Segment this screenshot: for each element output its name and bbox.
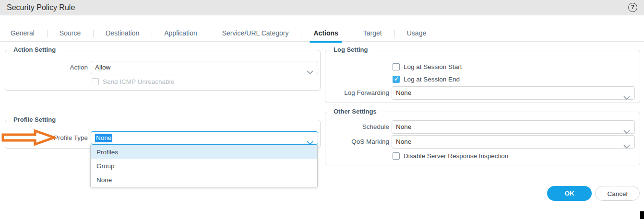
help-icon[interactable]: ? xyxy=(628,3,637,12)
chevron-down-icon xyxy=(623,140,630,153)
dialog-title: Security Policy Rule xyxy=(7,0,75,15)
log-forwarding-select[interactable]: None xyxy=(392,86,635,100)
log-session-end-label: Log at Session End xyxy=(404,76,460,83)
action-setting-panel: Action Setting Action Allow Send ICMP Un… xyxy=(5,50,321,91)
cancel-button[interactable]: Cancel xyxy=(595,186,640,201)
ok-button[interactable]: OK xyxy=(547,186,592,201)
log-session-end-checkbox[interactable] xyxy=(393,76,400,83)
schedule-label: Schedule xyxy=(325,120,389,134)
send-icmp-checkbox[interactable] xyxy=(92,78,99,85)
other-settings-panel: Other Settings Schedule None QoS Marking… xyxy=(325,112,640,165)
schedule-select[interactable]: None xyxy=(392,120,635,134)
qos-marking-value: None xyxy=(396,138,411,146)
tab-service-url-category[interactable]: Service/URL Category xyxy=(210,26,301,42)
screen-edge-artifact xyxy=(640,211,644,219)
other-settings-legend: Other Settings xyxy=(331,108,380,115)
profile-type-select[interactable]: None xyxy=(91,131,318,145)
tab-destination[interactable]: Destination xyxy=(93,26,152,42)
send-icmp-checkbox-row[interactable]: Send ICMP Unreachable xyxy=(92,78,174,85)
log-session-start-row[interactable]: Log at Session Start xyxy=(393,63,462,70)
tab-bar: General Source Destination Application S… xyxy=(0,26,644,42)
profile-setting-panel: Profile Setting Profile Type None xyxy=(5,120,321,149)
log-setting-panel: Log Setting Log at Session Start Log at … xyxy=(325,50,640,103)
qos-marking-select[interactable]: None xyxy=(392,135,635,149)
dsri-checkbox-row[interactable]: Disable Server Response Inspection xyxy=(393,152,508,160)
tab-target[interactable]: Target xyxy=(351,26,394,42)
log-forwarding-label: Log Forwarding xyxy=(325,86,389,100)
dialog-titlebar: Security Policy Rule xyxy=(0,0,644,15)
tab-actions[interactable]: Actions xyxy=(301,26,350,42)
tab-source[interactable]: Source xyxy=(47,26,93,42)
action-label: Action xyxy=(5,61,88,74)
log-forwarding-value: None xyxy=(396,89,411,97)
qos-marking-label: QoS Marking xyxy=(325,135,389,149)
tab-application[interactable]: Application xyxy=(152,26,210,42)
dropdown-option-group[interactable]: Group xyxy=(91,159,317,173)
dsri-label: Disable Server Response Inspection xyxy=(404,152,508,160)
chevron-down-icon xyxy=(623,92,630,104)
action-select[interactable]: Allow xyxy=(91,61,318,74)
schedule-value: None xyxy=(396,123,411,131)
tab-usage[interactable]: Usage xyxy=(394,26,439,42)
dsri-checkbox[interactable] xyxy=(393,152,400,160)
log-session-start-checkbox[interactable] xyxy=(393,63,400,70)
dropdown-option-profiles[interactable]: Profiles xyxy=(91,145,317,159)
action-setting-legend: Action Setting xyxy=(11,46,59,53)
profile-type-label: Profile Type xyxy=(5,131,88,145)
log-session-end-row[interactable]: Log at Session End xyxy=(393,76,460,83)
profile-setting-legend: Profile Setting xyxy=(11,116,59,123)
log-session-start-label: Log at Session Start xyxy=(404,63,462,70)
action-select-value: Allow xyxy=(95,63,110,72)
profile-type-dropdown-list: Profiles Group None xyxy=(90,145,318,187)
dropdown-option-none[interactable]: None xyxy=(91,173,317,187)
tab-general[interactable]: General xyxy=(11,26,47,42)
log-setting-legend: Log Setting xyxy=(331,46,371,53)
chevron-down-icon xyxy=(307,66,313,79)
send-icmp-label: Send ICMP Unreachable xyxy=(103,78,174,85)
profile-type-value: None xyxy=(95,134,112,142)
